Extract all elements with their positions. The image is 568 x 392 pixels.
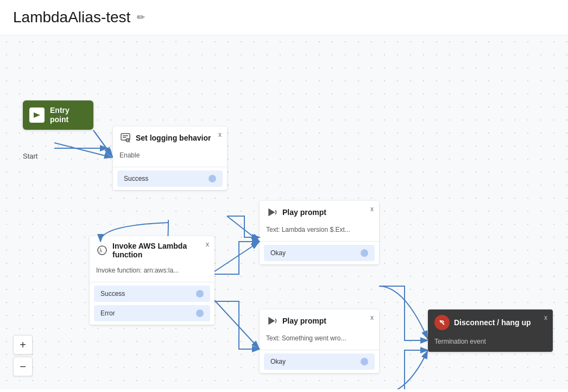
play-prompt-1-icon [266, 206, 278, 218]
zoom-in-button[interactable]: + [13, 335, 33, 355]
invoke-lambda-error-port[interactable]: Error [94, 305, 210, 321]
set-logging-icon [119, 132, 131, 144]
svg-marker-12 [269, 318, 274, 324]
invoke-lambda-error-connector [196, 309, 204, 317]
entry-point-label: Entry point [50, 106, 70, 124]
invoke-lambda-success-connector [196, 290, 204, 298]
play-prompt-1-title: Play prompt [282, 208, 373, 217]
play-prompt-2-node[interactable]: Play prompt x Text: Something went wro..… [260, 309, 379, 373]
play-prompt-2-port-connector [361, 358, 368, 365]
disconnect-icon [434, 315, 450, 330]
entry-arrow-icon [29, 108, 45, 123]
invoke-lambda-body: Invoke function: arn:aws:la... [90, 263, 214, 280]
zoom-controls: + − [13, 335, 33, 376]
disconnect-node[interactable]: Disconnect / hang up x Termination event [428, 309, 553, 352]
set-logging-node[interactable]: Set logging behavior x Enable Success [113, 127, 227, 190]
edit-icon[interactable]: ✏ [137, 11, 145, 23]
play-prompt-2-body: Text: Something went wro... [260, 331, 379, 347]
play-prompt-1-okay-port[interactable]: Okay [264, 245, 375, 261]
set-logging-success-port[interactable]: Success [117, 170, 223, 187]
invoke-lambda-close[interactable]: x [206, 241, 209, 248]
svg-line-17 [54, 143, 112, 157]
play-prompt-2-close[interactable]: x [370, 314, 374, 321]
start-label: Start [23, 152, 37, 160]
disconnect-body: Termination event [428, 334, 553, 352]
play-prompt-1-body: Text: Lambda version $.Ext... [260, 223, 379, 239]
svg-line-16 [93, 130, 111, 155]
invoke-lambda-icon: λ [96, 244, 108, 256]
play-prompt-2-okay-port[interactable]: Okay [264, 353, 375, 370]
play-prompt-1-port-connector [361, 249, 368, 257]
set-logging-port-connector [209, 175, 216, 182]
disconnect-title: Disconnect / hang up [454, 318, 546, 327]
zoom-out-button[interactable]: − [13, 357, 33, 376]
set-logging-body: Enable [113, 148, 227, 165]
page-title: LambdaAlias-test [13, 9, 130, 26]
start-connector-svg [54, 143, 119, 154]
set-logging-title: Set logging behavior [136, 134, 220, 142]
invoke-lambda-title: Invoke AWS Lambda function [112, 242, 208, 259]
play-prompt-1-node[interactable]: Play prompt x Text: Lambda version $.Ext… [260, 201, 379, 264]
disconnect-close[interactable]: x [544, 314, 547, 321]
play-prompt-2-icon [266, 315, 278, 327]
svg-marker-2 [34, 112, 40, 118]
page-header: LambdaAlias-test ✏ [0, 0, 568, 35]
svg-marker-11 [269, 209, 274, 216]
set-logging-close[interactable]: x [218, 131, 222, 138]
disconnect-header: Disconnect / hang up x [428, 309, 553, 334]
entry-point-node: Entry point [23, 100, 93, 130]
invoke-lambda-success-port[interactable]: Success [94, 286, 210, 302]
svg-line-1 [93, 130, 113, 157]
invoke-lambda-node[interactable]: λ Invoke AWS Lambda function x Invoke fu… [90, 236, 214, 325]
svg-text:λ: λ [99, 248, 102, 254]
svg-line-8 [129, 142, 130, 143]
canvas: Entry point Start Set logging behavior x… [0, 35, 568, 389]
play-prompt-1-close[interactable]: x [370, 205, 374, 213]
play-prompt-2-title: Play prompt [282, 317, 373, 325]
